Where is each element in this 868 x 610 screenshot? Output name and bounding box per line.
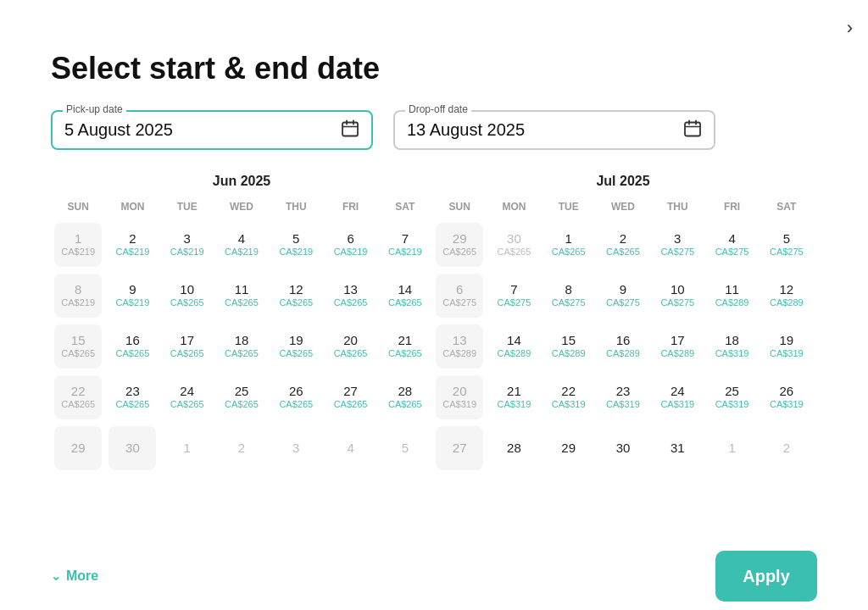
day-cell[interactable]: 26CA$265 <box>272 375 320 419</box>
day-number: 3 <box>674 231 681 247</box>
day-cell: 30 <box>108 426 156 470</box>
day-cell[interactable]: 17CA$289 <box>654 324 701 369</box>
day-cell[interactable]: 14CA$265 <box>381 274 429 318</box>
day-price: CA$319 <box>770 399 804 410</box>
day-cell[interactable]: 25CA$319 <box>709 375 756 419</box>
day-price: CA$219 <box>61 247 95 258</box>
day-number: 3 <box>292 441 299 456</box>
day-cell: 29CA$265 <box>436 223 483 267</box>
day-number: 9 <box>620 282 626 297</box>
day-cell[interactable]: 18CA$319 <box>709 324 756 369</box>
day-number: 19 <box>780 333 794 348</box>
day-cell[interactable]: 8CA$275 <box>545 274 593 318</box>
day-cell: 22CA$265 <box>54 375 102 419</box>
day-number: 7 <box>402 231 409 247</box>
day-cell[interactable]: 19CA$265 <box>272 324 320 369</box>
calendar-day-of-week: THU <box>650 197 704 219</box>
day-cell[interactable]: 5CA$275 <box>763 223 810 267</box>
day-number: 1 <box>75 231 81 247</box>
day-cell[interactable]: 21CA$265 <box>381 324 429 369</box>
day-cell[interactable]: 6CA$219 <box>327 223 375 267</box>
day-number: 5 <box>402 441 409 456</box>
day-cell[interactable]: 3CA$275 <box>654 223 701 267</box>
day-cell[interactable]: 11CA$289 <box>709 274 756 318</box>
day-cell[interactable]: 27CA$265 <box>327 375 375 419</box>
day-cell[interactable]: 17CA$265 <box>164 324 211 369</box>
pickup-date-field[interactable]: Pick-up date 5 August 2025 <box>51 110 373 150</box>
day-cell: 6CA$275 <box>436 274 483 318</box>
calendar-day-of-week: FRI <box>704 197 759 219</box>
chevron-right-top[interactable]: › <box>847 17 853 39</box>
day-number: 11 <box>725 282 739 297</box>
day-price: CA$319 <box>715 399 749 410</box>
day-cell[interactable]: 30 <box>599 426 647 470</box>
day-price: CA$265 <box>388 348 422 359</box>
day-cell[interactable]: 28 <box>490 426 537 470</box>
day-cell[interactable]: 10CA$265 <box>164 274 211 318</box>
day-cell[interactable]: 11CA$265 <box>218 274 265 318</box>
day-price: CA$275 <box>660 297 694 308</box>
day-price: CA$219 <box>61 297 95 308</box>
day-cell[interactable]: 5CA$219 <box>272 223 320 267</box>
day-price: CA$319 <box>498 399 531 410</box>
day-price: CA$219 <box>388 247 422 258</box>
day-cell[interactable]: 25CA$265 <box>218 375 265 419</box>
day-cell[interactable]: 26CA$319 <box>763 375 810 419</box>
more-button[interactable]: ⌄ More <box>51 568 98 584</box>
day-number: 6 <box>456 282 463 297</box>
day-cell[interactable]: 12CA$289 <box>763 274 810 318</box>
day-price: CA$289 <box>770 297 804 308</box>
day-cell[interactable]: 16CA$289 <box>599 324 647 369</box>
day-price: CA$265 <box>388 297 422 308</box>
calendar-day-of-week: TUE <box>542 197 596 219</box>
day-number: 16 <box>616 333 631 348</box>
day-cell[interactable]: 24CA$319 <box>654 375 701 419</box>
day-number: 5 <box>292 231 299 247</box>
day-number: 8 <box>565 282 572 297</box>
dropoff-date-field[interactable]: Drop-off date 13 August 2025 <box>393 110 715 150</box>
day-number: 19 <box>289 333 303 348</box>
day-cell[interactable]: 1CA$265 <box>545 223 593 267</box>
day-number: 30 <box>507 231 521 247</box>
day-cell[interactable]: 10CA$275 <box>654 274 701 318</box>
day-cell[interactable]: 4CA$275 <box>709 223 756 267</box>
day-cell[interactable]: 19CA$319 <box>763 324 810 369</box>
day-cell[interactable]: 24CA$265 <box>164 375 211 419</box>
day-number: 21 <box>398 333 413 348</box>
day-cell[interactable]: 7CA$275 <box>490 274 537 318</box>
day-cell: 1 <box>164 426 211 470</box>
day-cell[interactable]: 31 <box>654 426 701 470</box>
calendar-day-of-week: FRI <box>323 197 377 219</box>
calendar-0: Jun 2025SUNMONTUEWEDTHUFRISAT1CA$2192CA$… <box>51 174 432 474</box>
day-cell: 8CA$219 <box>54 274 102 318</box>
day-cell[interactable]: 22CA$319 <box>545 375 593 419</box>
day-cell[interactable]: 13CA$265 <box>327 274 375 318</box>
day-price: CA$265 <box>334 399 368 410</box>
day-cell[interactable]: 23CA$319 <box>599 375 647 419</box>
day-cell[interactable]: 28CA$265 <box>381 375 429 419</box>
day-cell[interactable]: 14CA$289 <box>490 324 537 369</box>
day-cell[interactable]: 2CA$265 <box>599 223 647 267</box>
day-cell[interactable]: 18CA$265 <box>218 324 265 369</box>
day-cell[interactable]: 15CA$289 <box>545 324 593 369</box>
day-number: 1 <box>565 231 572 247</box>
day-cell[interactable]: 21CA$319 <box>490 375 537 419</box>
day-price: CA$265 <box>170 297 204 308</box>
day-cell[interactable]: 20CA$265 <box>327 324 375 369</box>
day-cell[interactable]: 16CA$265 <box>108 324 156 369</box>
day-price: CA$265 <box>116 399 150 410</box>
day-cell[interactable]: 29 <box>545 426 593 470</box>
day-cell[interactable]: 2CA$219 <box>108 223 156 267</box>
day-cell[interactable]: 9CA$219 <box>108 274 156 318</box>
day-cell: 5 <box>381 426 429 470</box>
day-price: CA$265 <box>279 297 313 308</box>
day-number: 24 <box>180 384 194 399</box>
day-cell[interactable]: 3CA$219 <box>164 223 211 267</box>
day-cell[interactable]: 4CA$219 <box>218 223 265 267</box>
pickup-label: Pick-up date <box>63 103 126 115</box>
apply-button[interactable]: Apply <box>715 551 817 602</box>
day-cell[interactable]: 23CA$265 <box>108 375 156 419</box>
day-cell[interactable]: 7CA$219 <box>381 223 429 267</box>
day-cell[interactable]: 12CA$265 <box>272 274 320 318</box>
day-cell[interactable]: 9CA$275 <box>599 274 647 318</box>
